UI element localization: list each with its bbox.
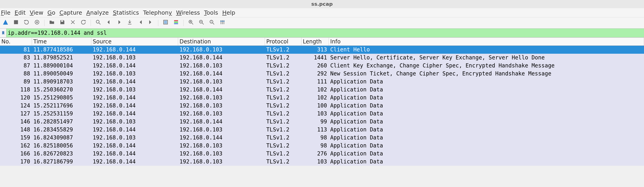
bookmark-icon[interactable] [0,29,6,37]
col-header-destination[interactable]: Destination [178,38,265,46]
cell-time: 15.250360270 [32,86,91,94]
col-header-time[interactable]: Time [32,38,91,46]
cell-time: 16.824309087 [32,134,91,142]
toolbar-separator [44,20,44,26]
packet-row[interactable]: 8811.890050049192.168.0.103192.168.0.144… [0,70,644,78]
go-back-button[interactable] [104,19,113,27]
cell-protocol: TLSv1.2 [265,142,302,150]
start-capture-button[interactable] [1,19,10,27]
cell-destination: 192.168.0.103 [178,110,265,118]
zoom-out-button[interactable] [197,19,206,27]
cell-source: 192.168.0.103 [91,54,178,62]
cell-time: 11.889000104 [32,62,91,70]
go-first-button[interactable] [136,19,144,27]
cell-no: 146 [0,118,32,126]
packet-row[interactable]: 16216.825180056192.168.0.144192.168.0.10… [0,142,644,150]
cell-source: 192.168.0.103 [91,118,178,126]
capture-options-button[interactable] [33,19,41,27]
open-file-button[interactable] [48,19,56,27]
cell-length: 103 [302,158,329,166]
cell-destination: 192.168.0.144 [178,134,265,142]
colorize-icon [173,19,179,27]
cell-time: 11.890050049 [32,70,91,78]
zoom-reset-icon: 1 [209,19,215,27]
packet-row[interactable]: 14816.283455829192.168.0.144192.168.0.10… [0,126,644,134]
menu-file[interactable]: File [1,9,10,16]
cell-destination: 192.168.0.103 [178,62,265,70]
packet-row[interactable]: 15916.824309087192.168.0.103192.168.0.14… [0,134,644,142]
stop-capture-button[interactable] [12,19,20,27]
packet-row[interactable]: 8111.877418586192.168.0.144192.168.0.103… [0,46,644,54]
col-header-info[interactable]: Info [329,38,644,46]
cell-no: 118 [0,86,32,94]
cell-no: 162 [0,142,32,150]
cell-length: 313 [302,46,329,54]
packet-list[interactable]: 8111.877418586192.168.0.144192.168.0.103… [0,46,644,166]
cell-protocol: TLSv1.2 [265,110,302,118]
cell-length: 260 [302,62,329,70]
toolbar-separator [158,20,158,26]
cell-info: Client Key Exchange, Change Cipher Spec,… [329,62,644,70]
menu-statistics[interactable]: Statistics [113,9,139,16]
save-file-button[interactable] [58,19,66,27]
menu-wireless[interactable]: Wireless [176,9,200,16]
packet-row[interactable]: 11815.250360270192.168.0.103192.168.0.14… [0,86,644,94]
packet-row[interactable]: 12015.251290805192.168.0.144192.168.0.10… [0,94,644,102]
cell-length: 99 [302,118,329,126]
go-last-button[interactable] [146,19,155,27]
packet-row[interactable]: 8711.889000104192.168.0.144192.168.0.103… [0,62,644,70]
packet-row[interactable]: 16616.826720823192.168.0.144192.168.0.10… [0,150,644,158]
svg-rect-3 [61,20,63,22]
reload-file-button[interactable] [79,19,88,27]
packet-row[interactable]: 12415.252117696192.168.0.144192.168.0.10… [0,102,644,110]
col-header-length[interactable]: Length [302,38,329,46]
zoom-in-button[interactable] [187,19,195,27]
menu-tools[interactable]: Tools [204,9,218,16]
menu-go[interactable]: Go [48,9,56,16]
capture-options-icon [34,19,40,27]
display-filter-input[interactable] [6,29,644,37]
cell-length: 276 [302,150,329,158]
packet-row[interactable]: 14616.282851497192.168.0.103192.168.0.14… [0,118,644,126]
col-header-source[interactable]: Source [91,38,178,46]
cell-source: 192.168.0.144 [91,142,178,150]
reload-file-icon [80,19,86,27]
menu-analyze[interactable]: Analyze [86,9,109,16]
cell-no: 166 [0,150,32,158]
col-header-protocol[interactable]: Protocol [265,38,302,46]
cell-info: Application Data [329,86,644,94]
find-packet-button[interactable] [94,19,102,27]
start-capture-icon [2,19,8,27]
colorize-button[interactable] [172,19,180,27]
packet-row[interactable]: 8911.890918703192.168.0.144192.168.0.103… [0,78,644,86]
menu-edit[interactable]: Edit [14,9,26,16]
cell-source: 192.168.0.144 [91,62,178,70]
packet-list-headers: No. Time Source Destination Protocol Len… [0,38,644,46]
cell-no: 124 [0,102,32,110]
go-to-packet-button[interactable] [126,19,134,27]
zoom-reset-button[interactable]: 1 [208,19,216,27]
cell-no: 81 [0,46,32,54]
go-forward-button[interactable] [115,19,123,27]
cell-destination: 192.168.0.144 [178,54,265,62]
menu-view[interactable]: View [30,9,43,16]
restart-capture-button[interactable] [22,19,30,27]
cell-destination: 192.168.0.103 [178,150,265,158]
cell-destination: 192.168.0.144 [178,86,265,94]
cell-time: 11.890918703 [32,78,91,86]
cell-protocol: TLSv1.2 [265,158,302,166]
menu-telephony[interactable]: Telephony [143,9,172,16]
auto-scroll-button[interactable] [162,19,170,27]
cell-time: 11.879852521 [32,54,91,62]
packet-row[interactable]: 12715.252531159192.168.0.144192.168.0.10… [0,110,644,118]
cell-time: 16.826720823 [32,150,91,158]
close-file-button[interactable] [69,19,77,27]
cell-no: 159 [0,134,32,142]
menu-capture[interactable]: Capture [60,9,82,16]
col-header-no[interactable]: No. [0,38,32,46]
find-packet-icon [95,19,101,27]
menu-help[interactable]: Help [222,9,235,16]
packet-row[interactable]: 8311.879852521192.168.0.103192.168.0.144… [0,54,644,62]
resize-columns-button[interactable] [218,19,226,27]
packet-row[interactable]: 17016.827186799192.168.0.144192.168.0.10… [0,158,644,166]
